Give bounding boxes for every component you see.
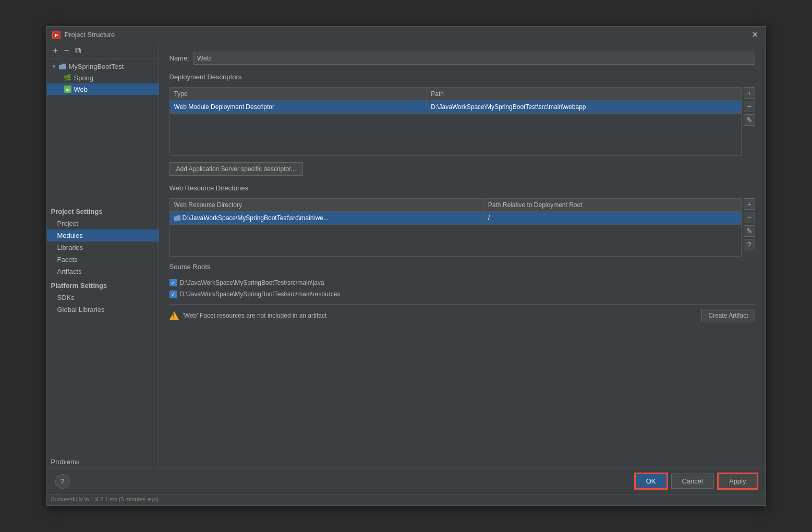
left-panel: + − ⧉ ▼ MySpringBootTest 🌿 Spri (47, 43, 159, 468)
spring-icon: 🌿 (64, 74, 72, 82)
add-button[interactable]: + (51, 45, 60, 56)
dialog-body: + − ⧉ ▼ MySpringBootTest 🌿 Spri (47, 43, 766, 468)
web-resource-title: Web Resource Directories (169, 184, 755, 194)
web-resource-remove-btn[interactable]: − (744, 212, 755, 223)
warning-row: 'Web' Facet resources are not included i… (169, 304, 755, 327)
deployment-path-cell: D:\JavaWorkSpace\MySpringBootTest\src\ma… (427, 101, 741, 113)
status-text: Successfully in 1.9.2.1 ms (5 minutes ag… (51, 496, 159, 502)
nav-project[interactable]: Project (47, 217, 159, 229)
tree-toolbar: + − ⧉ (47, 43, 159, 58)
nav-artifacts[interactable]: Artifacts (47, 265, 159, 277)
deployment-table: Type Path Web Module Deployment Descript… (169, 87, 742, 156)
deployment-descriptors-title: Deployment Descriptors (169, 73, 755, 83)
apply-button[interactable]: Apply (718, 474, 757, 489)
nav-facets[interactable]: Facets (47, 253, 159, 265)
name-input[interactable] (193, 52, 755, 65)
module-tree: ▼ MySpringBootTest 🌿 Spring (47, 58, 159, 203)
deployment-add-btn[interactable]: + (744, 87, 755, 99)
deployment-remove-btn[interactable]: − (744, 101, 755, 112)
tree-spring-item[interactable]: 🌿 Spring (47, 72, 159, 83)
project-structure-dialog: P Project Structure ✕ + − ⧉ ▼ (46, 26, 766, 506)
name-label: Name: (169, 54, 189, 62)
checkbox-2[interactable] (169, 291, 177, 298)
nav-global-libraries[interactable]: Global Libraries (47, 304, 159, 316)
status-bar: Successfully in 1.9.2.1 ms (5 minutes ag… (47, 494, 766, 505)
nav-problems[interactable]: Problems (47, 456, 159, 468)
web-resource-table-row[interactable]: D:\JavaWorkSpace\MySpringBootTest\src\ma… (170, 212, 741, 225)
web-path-column-header: Path Relative to Deployment Root (484, 199, 741, 211)
source-root-2: D:\JavaWorkSpace\MySpringBootTest\src\ma… (169, 288, 755, 300)
web-path-cell: / (484, 212, 741, 224)
source-root-1-label: D:\JavaWorkSpace\MySpringBootTest\src\ma… (180, 279, 324, 286)
web-resource-side-buttons: + − ✎ ? (744, 198, 755, 250)
deployment-table-row[interactable]: Web Module Deployment Descriptor D:\Java… (170, 101, 741, 114)
name-row: Name: (169, 52, 755, 65)
title-bar: P Project Structure ✕ (47, 27, 766, 43)
tree-web-item[interactable]: W Web (47, 83, 159, 95)
web-dir-column-header: Web Resource Directory (170, 199, 484, 211)
path-column-header: Path (427, 88, 741, 100)
source-root-2-label: D:\JavaWorkSpace\MySpringBootTest\src\ma… (180, 291, 341, 298)
cancel-button[interactable]: Cancel (671, 474, 714, 489)
checkbox-1[interactable] (169, 279, 177, 286)
nav-libraries[interactable]: Libraries (47, 241, 159, 253)
warning-text: 'Web' Facet resources are not included i… (183, 312, 698, 319)
dialog-title: Project Structure (65, 31, 749, 39)
right-panel: Name: Deployment Descriptors Type Path W… (159, 43, 766, 468)
tree-web-label: Web (74, 86, 88, 93)
nav-modules[interactable]: Modules (47, 229, 159, 241)
web-resource-table-empty (170, 225, 741, 256)
deployment-table-header: Type Path (170, 88, 741, 101)
web-resource-table-header: Web Resource Directory Path Relative to … (170, 199, 741, 212)
ok-button[interactable]: OK (635, 474, 667, 489)
deployment-edit-btn[interactable]: ✎ (744, 114, 755, 126)
web-resource-edit-btn[interactable]: ✎ (744, 225, 755, 237)
svg-text:W: W (66, 88, 70, 92)
web-resource-help-btn[interactable]: ? (744, 239, 755, 250)
tree-root-item[interactable]: ▼ MySpringBootTest (47, 61, 159, 72)
web-resource-add-btn[interactable]: + (744, 198, 755, 210)
web-resource-table-container: Web Resource Directory Path Relative to … (169, 198, 755, 257)
svg-text:P: P (54, 33, 57, 38)
create-artifact-button[interactable]: Create Artifact (701, 309, 755, 322)
deployment-table-empty (170, 114, 741, 155)
source-roots-title: Source Roots (169, 263, 755, 273)
copy-button[interactable]: ⧉ (73, 45, 83, 56)
project-settings-header: Project Settings (47, 203, 159, 217)
help-button[interactable]: ? (55, 474, 70, 489)
folder-small-icon (174, 215, 180, 221)
web-resource-table: Web Resource Directory Path Relative to … (169, 198, 742, 257)
deployment-type-cell: Web Module Deployment Descriptor (170, 101, 427, 113)
source-root-1: D:\JavaWorkSpace\MySpringBootTest\src\ma… (169, 277, 755, 288)
dialog-footer: ? OK Cancel Apply (47, 468, 766, 494)
app-icon: P (52, 31, 60, 39)
nav-section: Project Settings Project Modules Librari… (47, 203, 159, 316)
tree-root-label: MySpringBootTest (69, 63, 124, 70)
content-area: Name: Deployment Descriptors Type Path W… (159, 43, 766, 468)
deployment-table-container: Type Path Web Module Deployment Descript… (169, 87, 755, 156)
web-dir-cell: D:\JavaWorkSpace\MySpringBootTest\src\ma… (170, 212, 484, 224)
folder-icon (58, 62, 67, 70)
web-icon: W (64, 85, 72, 93)
platform-settings-header: Platform Settings (47, 277, 159, 292)
warning-icon (169, 311, 179, 320)
remove-button[interactable]: − (62, 45, 71, 56)
tree-arrow-icon: ▼ (51, 63, 57, 69)
source-roots-section: Source Roots D:\JavaWorkSpace\MySpringBo… (169, 263, 755, 300)
tree-spring-label: Spring (74, 74, 94, 82)
nav-sdks[interactable]: SDKs (47, 292, 159, 304)
deployment-side-buttons: + − ✎ (744, 87, 755, 126)
type-column-header: Type (170, 88, 427, 100)
add-descriptor-button[interactable]: Add Application Server specific descript… (169, 162, 303, 176)
close-button[interactable]: ✕ (749, 30, 760, 40)
